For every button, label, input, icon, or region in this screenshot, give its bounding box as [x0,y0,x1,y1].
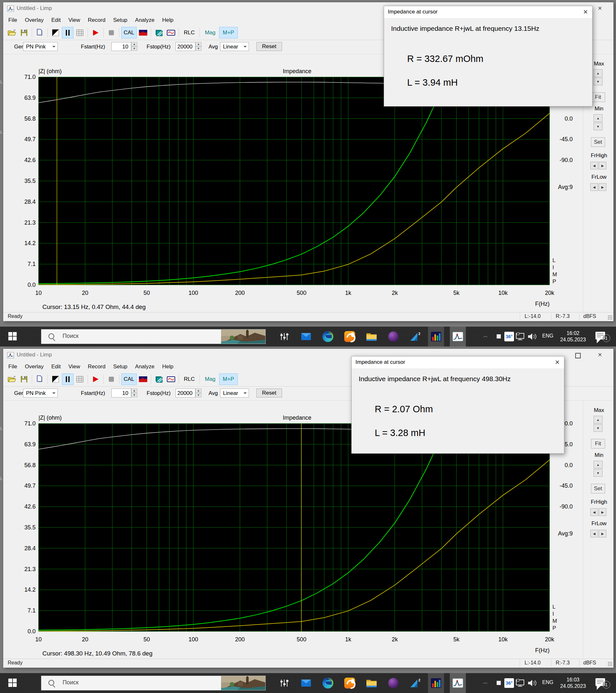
record-icon[interactable] [90,373,101,385]
menu-edit[interactable]: Edit [47,17,64,23]
tray-expand-icon[interactable]: ︿ [483,334,488,338]
mag-phase-button[interactable]: M+P [219,373,238,385]
min-down-button[interactable]: ▼ [594,469,602,477]
search-input[interactable]: Поиск [41,329,266,344]
fstop-spinner[interactable]: ▲▼ [195,389,201,397]
menu-file[interactable]: File [4,363,21,370]
language-indicator[interactable]: ENG [542,679,553,685]
grid-icon[interactable] [74,27,86,39]
frhigh-left-button[interactable]: ◀ [590,508,598,516]
mail-icon[interactable] [300,330,313,343]
resize-grip[interactable] [608,661,613,667]
tray-expand-icon[interactable]: ︿ [483,680,488,685]
generator-select[interactable]: PN Pink [23,42,58,51]
resize-grip[interactable] [608,315,613,320]
weather-widget[interactable]: 36° [504,332,514,341]
fstart-spinner[interactable]: ▲▼ [131,42,137,51]
open-folder-icon[interactable] [6,27,18,39]
menu-setup[interactable]: Setup [110,17,131,23]
frlow-left-button[interactable]: ◀ [590,530,598,537]
bw-mode-icon[interactable] [50,27,61,39]
menu-overlay[interactable]: Overlay [21,363,47,370]
menu-analyze[interactable]: Analyze [131,17,158,23]
max-down-button[interactable]: ▼ [594,78,602,85]
clock[interactable]: 16:03 24.05.2023 [557,677,589,690]
frlow-left-button[interactable]: ◀ [590,183,598,191]
impedance-at-cursor-dialog[interactable]: Impedance at cursor × Inductive impedanc… [384,6,593,106]
pause-icon[interactable] [62,373,74,385]
fstop-spinner[interactable]: ▲▼ [195,42,201,51]
dialog-titlebar[interactable]: Impedance at cursor × [384,6,592,18]
menu-file[interactable]: File [4,17,21,23]
uc-browser-icon[interactable] [343,330,356,343]
copy-icon[interactable] [34,373,45,385]
uc-browser-icon[interactable] [343,677,356,690]
pause-icon[interactable] [62,27,74,39]
chart-app-icon[interactable]: 2 [409,677,422,690]
fstart-input[interactable]: 10 [111,389,131,397]
frhigh-left-button[interactable]: ◀ [590,162,598,170]
limp-taskbar-icon[interactable] [452,677,464,690]
signal-icon[interactable] [165,27,177,39]
rlc-button[interactable]: RLC [181,373,198,385]
reset-button[interactable]: Reset [256,389,282,397]
maximize-button[interactable] [575,353,581,358]
max-up-button[interactable]: ▲ [594,69,602,77]
analyzer-app-icon[interactable] [430,677,442,690]
reset-button[interactable]: Reset [256,42,282,51]
max-up-button[interactable]: ▲ [594,416,602,423]
save-icon[interactable] [18,27,30,39]
menu-record[interactable]: Record [84,17,110,23]
menu-help[interactable]: Help [158,17,177,23]
min-up-button[interactable]: ▲ [594,461,602,469]
record-icon[interactable] [90,27,101,39]
signal-icon[interactable] [165,373,177,385]
spectrum-icon[interactable] [137,373,149,385]
weather-widget[interactable]: 36° [504,678,514,688]
volume-icon[interactable] [527,678,538,688]
min-down-button[interactable]: ▼ [594,122,602,130]
menu-view[interactable]: View [64,363,84,370]
start-button[interactable] [8,332,17,341]
tray-app-icon[interactable] [497,681,501,685]
dialog-close-icon[interactable]: × [583,7,588,16]
max-down-button[interactable]: ▼ [594,424,602,432]
fit-button[interactable]: Fit [591,439,605,449]
rlc-button[interactable]: RLC [181,27,198,39]
stop-icon[interactable] [105,27,117,39]
media-player-icon[interactable] [387,677,400,690]
mag-button[interactable]: Mag [202,27,218,39]
frhigh-right-button[interactable]: ▶ [599,162,607,170]
clock[interactable]: 16:02 24.05.2023 [557,330,589,343]
avg-select[interactable]: Linear [220,42,249,51]
network-icon[interactable] [515,332,525,341]
fstart-input[interactable]: 10 [111,42,131,51]
cal-button[interactable]: CAL [121,27,137,39]
open-folder-icon[interactable] [6,373,18,385]
fstop-input[interactable]: 20000 [176,389,195,397]
close-button[interactable]: × [591,350,609,360]
mag-phase-button[interactable]: M+P [219,27,238,39]
fit-button[interactable]: Fit [591,93,605,102]
edge-icon[interactable] [321,330,334,343]
dialog-titlebar[interactable]: Impedance at cursor × [352,356,564,368]
menu-setup[interactable]: Setup [110,363,131,370]
copy-icon[interactable] [34,27,45,39]
avg-select[interactable]: Linear [220,389,249,397]
language-indicator[interactable]: ENG [542,333,553,339]
network-icon[interactable] [515,678,525,688]
frlow-right-button[interactable]: ▶ [599,530,607,537]
menu-view[interactable]: View [64,17,84,23]
chart-app-icon[interactable]: 2 [409,330,422,343]
close-button[interactable]: × [591,3,609,14]
bw-mode-icon[interactable] [50,373,61,385]
search-input[interactable]: Поиск [41,676,266,690]
menu-overlay[interactable]: Overlay [21,17,47,23]
menu-analyze[interactable]: Analyze [131,363,158,370]
task-view-icon[interactable] [278,330,291,343]
start-button[interactable] [8,678,17,688]
impedance-at-cursor-dialog[interactable]: Impedance at cursor × Inductive impedanc… [351,356,564,454]
mag-button[interactable]: Mag [202,373,218,385]
min-up-button[interactable]: ▲ [594,114,602,122]
grid-icon[interactable] [74,373,86,385]
